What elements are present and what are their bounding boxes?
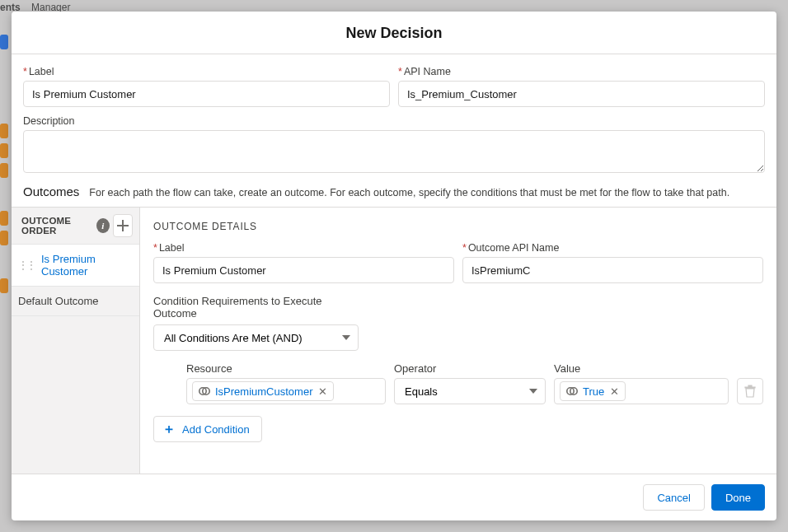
value-input[interactable]: True ✕ xyxy=(554,378,729,404)
trash-icon xyxy=(744,385,756,398)
label-field-label: *Label xyxy=(23,66,390,77)
outcome-order-sidebar: OUTCOME ORDER i ⋮⋮ Is Premium Customer D… xyxy=(12,208,140,474)
new-decision-modal: New Decision *Label *API Name Descriptio… xyxy=(12,12,776,520)
done-button[interactable]: Done xyxy=(711,484,765,511)
resource-input[interactable]: IsPremiumCustomer ✕ xyxy=(186,378,386,404)
outcome-order-label: OUTCOME ORDER xyxy=(21,216,96,236)
drag-handle-icon[interactable]: ⋮⋮ xyxy=(18,259,35,271)
outcome-label-input[interactable] xyxy=(153,257,454,283)
remove-value-icon[interactable]: ✕ xyxy=(608,385,620,397)
description-input[interactable] xyxy=(23,130,765,173)
resource-col-label: Resource xyxy=(186,362,386,375)
variable-icon xyxy=(198,385,211,398)
plus-icon xyxy=(117,220,129,231)
description-label: Description xyxy=(23,115,765,127)
api-name-input[interactable] xyxy=(398,81,765,107)
operator-col-label: Operator xyxy=(394,362,546,375)
delete-condition-button[interactable] xyxy=(737,378,763,404)
outcome-details-title: OUTCOME DETAILS xyxy=(153,221,763,232)
plus-icon: ＋ xyxy=(162,421,176,438)
value-col-label: Value xyxy=(554,362,729,375)
outcome-label-label: *Label xyxy=(153,242,454,254)
api-name-label: *API Name xyxy=(398,66,765,77)
outcomes-hint: For each path the flow can take, create … xyxy=(89,187,729,198)
operator-select[interactable]: Equals xyxy=(394,378,546,404)
outcome-api-label: *Outcome API Name xyxy=(462,242,763,254)
outcome-item-is-premium[interactable]: ⋮⋮ Is Premium Customer xyxy=(12,244,139,287)
modal-title: New Decision xyxy=(12,12,776,54)
resource-pill: IsPremiumCustomer ✕ xyxy=(192,381,334,401)
outcome-item-label: Default Outcome xyxy=(18,295,99,307)
outcome-api-input[interactable] xyxy=(462,257,763,283)
label-input[interactable] xyxy=(23,81,390,107)
info-icon[interactable]: i xyxy=(96,218,109,233)
cancel-button[interactable]: Cancel xyxy=(643,484,704,511)
condition-row: Resource IsPremiumCustomer ✕ xyxy=(153,362,763,404)
value-pill: True ✕ xyxy=(560,381,626,401)
remove-resource-icon[interactable]: ✕ xyxy=(317,385,328,397)
outcomes-title: Outcomes xyxy=(23,184,79,198)
outcome-item-default[interactable]: Default Outcome xyxy=(12,287,139,316)
outcome-details-panel: OUTCOME DETAILS *Label *Outcome API Name… xyxy=(140,208,776,474)
condition-requirements-select[interactable]: All Conditions Are Met (AND) xyxy=(153,324,359,351)
resource-pill-label: IsPremiumCustomer xyxy=(215,385,312,398)
add-condition-button[interactable]: ＋ Add Condition xyxy=(153,416,262,442)
variable-icon xyxy=(565,385,579,398)
add-outcome-button[interactable] xyxy=(113,214,133,237)
condition-requirements-label: Condition Requirements to Execute Outcom… xyxy=(153,295,343,320)
value-pill-label: True xyxy=(583,385,604,398)
outcome-item-label: Is Premium Customer xyxy=(41,253,131,278)
add-condition-label: Add Condition xyxy=(182,423,250,436)
